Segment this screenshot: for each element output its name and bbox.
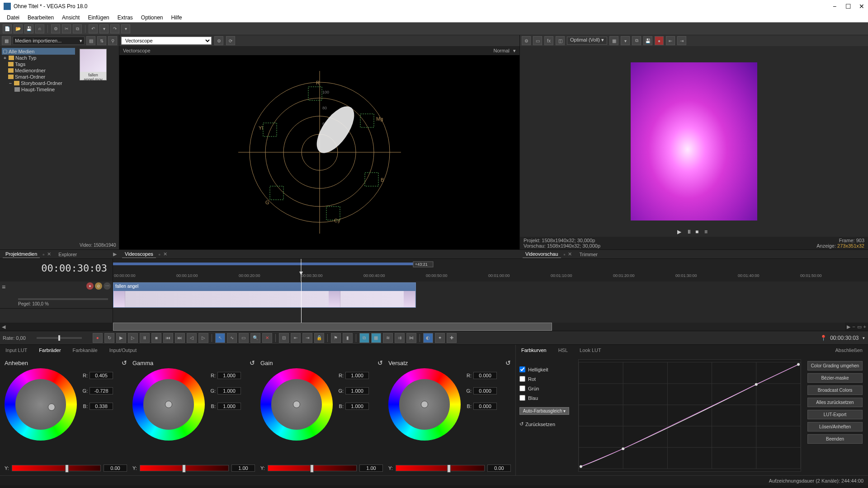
- tree-nach-typ[interactable]: +Nach Typ: [2, 55, 75, 61]
- trim-start-icon[interactable]: ⇤: [291, 333, 301, 343]
- pv-settings-icon[interactable]: ⚙: [522, 36, 531, 45]
- timeline-track-area[interactable]: fallen angel: [113, 282, 868, 323]
- go-end-icon[interactable]: ⏭: [175, 333, 185, 343]
- tree-alle-medien[interactable]: ▢Alle Medien: [2, 48, 75, 55]
- wheel-g-input[interactable]: [345, 387, 369, 394]
- track-record-icon[interactable]: ●: [86, 282, 94, 290]
- media-view-icon[interactable]: ▤: [86, 36, 95, 45]
- tab-trimmer[interactable]: Trimmer: [576, 251, 600, 258]
- side-btn-color-grading-umgehen[interactable]: Color Grading umgehen: [807, 361, 863, 371]
- quantize-icon[interactable]: ▦: [371, 333, 381, 343]
- undo-drop-icon[interactable]: ▾: [99, 24, 108, 33]
- scope-type-select[interactable]: Vectorscope: [121, 37, 212, 45]
- properties-icon[interactable]: ⚙: [51, 24, 60, 33]
- wheel-g-input[interactable]: [217, 387, 241, 394]
- timeline-scrollbar[interactable]: [113, 323, 845, 331]
- tab-projektmedien-float-icon[interactable]: ▫: [42, 252, 44, 257]
- transport-timecode[interactable]: 00:00:30:03: [830, 335, 859, 341]
- scope-settings-icon[interactable]: ⚙: [214, 36, 223, 45]
- ripple-icon[interactable]: ≋: [383, 333, 393, 343]
- curves-reset-button[interactable]: ↺Zurücksetzen: [519, 421, 574, 427]
- tab-videovorschau-float-icon[interactable]: ▫: [564, 252, 566, 257]
- wheel-reset-icon[interactable]: ↺: [377, 359, 383, 366]
- pv-next-icon[interactable]: ⇥: [677, 36, 686, 45]
- close-button[interactable]: ✕: [859, 4, 864, 9]
- pv-stop-icon[interactable]: ■: [695, 229, 702, 235]
- chk-rot[interactable]: Rot: [519, 376, 574, 382]
- side-btn-lut-export[interactable]: LUT-Export: [807, 410, 863, 419]
- play-start-icon[interactable]: ▶: [116, 333, 126, 343]
- tab-farbkurven[interactable]: Farbkurven: [519, 347, 548, 354]
- pv-fx-icon[interactable]: fx: [544, 36, 553, 45]
- loop-icon[interactable]: ↻: [104, 333, 114, 343]
- rate-slider[interactable]: [37, 337, 82, 339]
- tab-farbkanaele[interactable]: Farbkanäle: [71, 347, 99, 354]
- tab-farbraeder[interactable]: Farbräder: [37, 347, 62, 354]
- side-btn-alles-zur-cksetzen[interactable]: Alles zurücksetzen: [807, 398, 863, 407]
- media-sort-icon[interactable]: ⇅: [97, 36, 106, 45]
- side-btn-broadcast-colors[interactable]: Broadcast Colors: [807, 385, 863, 395]
- pv-split-icon[interactable]: ◫: [556, 36, 565, 45]
- wheel-y-slider[interactable]: [140, 465, 229, 471]
- pv-prev-icon[interactable]: ⇤: [666, 36, 675, 45]
- pv-external-icon[interactable]: ▭: [533, 36, 542, 45]
- cut-icon[interactable]: ✂: [62, 24, 71, 33]
- tree-tags[interactable]: Tags: [2, 61, 75, 67]
- play-icon[interactable]: ▷: [128, 333, 138, 343]
- render-icon[interactable]: ⎌: [35, 24, 44, 33]
- track-menu-icon[interactable]: ≡: [2, 283, 5, 291]
- generate-icon[interactable]: ✚: [447, 333, 457, 343]
- undo-icon[interactable]: ↶: [89, 24, 98, 33]
- wheel-y-input[interactable]: [359, 465, 383, 472]
- tab-look-lut[interactable]: Look LUT: [578, 347, 603, 354]
- tab-videoscopes-float-icon[interactable]: ▫: [159, 252, 160, 257]
- wheel-b-input[interactable]: [90, 403, 113, 410]
- pv-menu-icon[interactable]: ≡: [704, 229, 711, 235]
- pause-icon[interactable]: ⏸: [140, 333, 150, 343]
- side-btn-b-zier-maske[interactable]: Bézier-maske: [807, 373, 863, 383]
- copy-icon[interactable]: ⧉: [73, 24, 82, 33]
- wheel-r-input[interactable]: [90, 372, 113, 379]
- media-filter-icon[interactable]: ⚲: [108, 36, 117, 45]
- wheel-r-input[interactable]: [473, 372, 497, 379]
- wheel-y-input[interactable]: [487, 465, 511, 472]
- tl-zoom-fit-icon[interactable]: ▭: [857, 324, 862, 330]
- track-more-icon[interactable]: ⋯: [104, 282, 111, 290]
- tab-projektmedien[interactable]: Projektmedien: [3, 250, 40, 258]
- tab-hsl[interactable]: HSL: [557, 347, 570, 354]
- tree-storyboard[interactable]: −Storyboard-Ordner: [2, 80, 75, 86]
- tl-scroll-right-icon[interactable]: ▶: [847, 324, 850, 330]
- fx-icon[interactable]: ✦: [435, 333, 445, 343]
- tree-haupt-timeline[interactable]: Haupt-Timeline: [2, 86, 75, 93]
- menu-datei[interactable]: Datei: [3, 13, 24, 22]
- chk-blau[interactable]: Blau: [519, 395, 574, 401]
- open-icon[interactable]: 📂: [14, 24, 23, 33]
- tab-input-output[interactable]: Input/Output: [108, 347, 139, 354]
- autoripple-icon[interactable]: ⇉: [395, 333, 405, 343]
- chk-gruen[interactable]: Grün: [519, 385, 574, 391]
- menu-bearbeiten[interactable]: Bearbeiten: [24, 13, 58, 22]
- track-opacity-slider[interactable]: [18, 298, 108, 300]
- wheel-g-input[interactable]: [473, 387, 497, 394]
- tl-zoom-out-icon[interactable]: −: [852, 324, 855, 329]
- snap-icon[interactable]: ⧉: [359, 333, 369, 343]
- auto-farbausgleich-button[interactable]: Auto-Farbausgleich ▾: [519, 407, 569, 415]
- color-wheel-anheben[interactable]: [5, 368, 77, 441]
- color-wheel-gamma[interactable]: [132, 368, 205, 441]
- wheel-reset-icon[interactable]: ↺: [250, 359, 255, 366]
- wheel-y-slider[interactable]: [268, 465, 357, 471]
- tl-zoom-in-icon[interactable]: +: [863, 324, 866, 329]
- split-icon[interactable]: ⊟: [279, 333, 289, 343]
- chk-helligkeit[interactable]: Helligkeit: [519, 366, 574, 372]
- normal-edit-icon[interactable]: ↖: [215, 333, 225, 343]
- tab-input-lut[interactable]: Input LUT: [4, 347, 29, 354]
- redo-drop-icon[interactable]: ▾: [121, 24, 130, 33]
- side-btn-l-sen-anheften[interactable]: Lösen/Anheften: [807, 422, 863, 432]
- tab-videovorschau[interactable]: Videovorschau: [523, 250, 561, 258]
- wheel-reset-icon[interactable]: ↺: [122, 359, 127, 366]
- tl-scroll-left-icon[interactable]: ◀: [2, 324, 5, 330]
- record-icon[interactable]: ●: [93, 333, 103, 343]
- abschliessen-button[interactable]: Abschließen: [833, 347, 864, 354]
- media-grid-icon[interactable]: ▦: [2, 36, 11, 45]
- wheel-g-input[interactable]: [90, 387, 113, 394]
